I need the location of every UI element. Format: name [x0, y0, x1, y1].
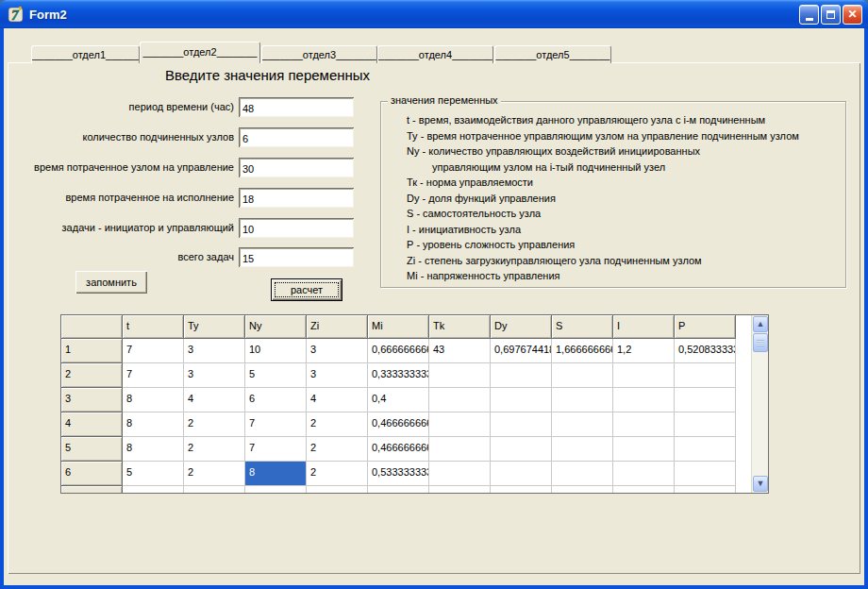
grid-header-cell: Mi: [368, 315, 429, 339]
tab-otdel2[interactable]: _______отдел2_______: [140, 42, 260, 63]
grid-cell[interactable]: [491, 462, 552, 486]
grid-cell[interactable]: 2: [307, 437, 368, 462]
grid-cell[interactable]: [429, 363, 491, 388]
grid-cell[interactable]: 2: [307, 412, 368, 437]
grid-cell[interactable]: 0,4: [368, 388, 429, 412]
grid-cell[interactable]: 0,5208333333: [675, 339, 736, 363]
grid-cell[interactable]: 3: [307, 363, 368, 388]
grid-cell[interactable]: [552, 412, 613, 437]
grid-cell[interactable]: 7: [245, 437, 307, 462]
minimize-button[interactable]: [799, 5, 819, 25]
grid-rowheader-cell: [61, 486, 123, 494]
grid-cell[interactable]: [491, 437, 552, 462]
grid-cell[interactable]: 7: [123, 363, 184, 388]
grid-cell[interactable]: 8: [123, 388, 184, 412]
remember-button[interactable]: запомнить: [75, 271, 147, 294]
grid-cell[interactable]: [491, 388, 552, 412]
exec-time-input[interactable]: [239, 188, 354, 208]
grid-cell[interactable]: 7: [245, 412, 307, 437]
grid-cell[interactable]: 7: [123, 339, 184, 363]
grid-cell[interactable]: [613, 486, 675, 494]
grid-cell[interactable]: [613, 437, 675, 462]
grid-cell[interactable]: 0,4666666666: [368, 437, 429, 462]
grid-cell[interactable]: [552, 462, 613, 486]
grid-cell[interactable]: 0,4666666666: [368, 412, 429, 437]
grid-cell[interactable]: [613, 462, 675, 486]
grid-cell[interactable]: 8: [123, 412, 184, 437]
grid-cell[interactable]: 1,2: [613, 339, 675, 363]
grid-cell[interactable]: [429, 486, 491, 494]
grid-cell[interactable]: [552, 437, 613, 462]
grid-cell[interactable]: 3: [184, 339, 245, 363]
tab-otdel5[interactable]: _______отдел5_______: [494, 45, 611, 63]
grid-cell[interactable]: [245, 486, 307, 494]
legend-lines: t - время, взаимодействия данного управл…: [407, 112, 840, 284]
grid-cell[interactable]: 2: [184, 412, 245, 437]
grid-cell[interactable]: 3: [184, 363, 245, 388]
grid-header-row: tTyNyZiMiTkDySIP: [61, 315, 736, 339]
grid-cell[interactable]: 1,6666666666: [552, 339, 613, 363]
grid-cell[interactable]: [429, 462, 491, 486]
maximize-button[interactable]: [821, 5, 841, 25]
grid-cell[interactable]: 0,6666666666: [368, 339, 429, 363]
grid-cell[interactable]: 43: [429, 339, 491, 363]
grid-cell[interactable]: [613, 363, 675, 388]
mgmt-time-input[interactable]: [239, 158, 354, 177]
calc-button[interactable]: расчет: [271, 278, 342, 301]
app-window: 7 Form2 ✕ _______отдел1_______ _______от…: [0, 0, 868, 589]
grid-cell[interactable]: 10: [245, 339, 307, 363]
grid-cell[interactable]: [429, 412, 491, 437]
grid-cell[interactable]: [675, 412, 736, 437]
grid-cell[interactable]: 2: [307, 462, 368, 486]
grid-cell[interactable]: 2: [184, 462, 245, 486]
grid-cell[interactable]: 4: [307, 388, 368, 412]
grid-cell[interactable]: [675, 437, 736, 462]
total-tasks-input[interactable]: [239, 247, 354, 267]
grid-cell[interactable]: [552, 388, 613, 412]
grid-cell[interactable]: [491, 412, 552, 437]
grid-cell[interactable]: [675, 486, 736, 494]
grid-cell[interactable]: [552, 486, 613, 494]
scroll-up-button[interactable]: ▲: [753, 316, 768, 332]
tasks-initiator-input[interactable]: [239, 218, 354, 238]
tab-otdel4[interactable]: _______отдел4_______: [377, 45, 493, 63]
delphi-app-icon: 7: [8, 6, 25, 23]
vertical-scrollbar[interactable]: ▲ ▼: [751, 315, 768, 493]
grid-cell[interactable]: [491, 486, 552, 494]
grid-cell[interactable]: 0,5333333333: [368, 462, 429, 486]
grid-cell[interactable]: 0,3333333333: [368, 363, 429, 388]
grid-cell[interactable]: 3: [307, 339, 368, 363]
grid-header-cell: Zi: [307, 315, 368, 339]
grid-cell[interactable]: 5: [123, 462, 184, 486]
grid-cell[interactable]: 0,6976744186: [491, 339, 552, 363]
nodes-count-input[interactable]: [239, 127, 354, 147]
close-button[interactable]: ✕: [843, 5, 862, 25]
grid-cell[interactable]: [675, 388, 736, 412]
grid-header-cell: I: [613, 315, 675, 339]
grid-cell[interactable]: [675, 462, 736, 486]
grid-cell[interactable]: [552, 363, 613, 388]
scroll-down-button[interactable]: ▼: [753, 476, 768, 492]
grid-cell[interactable]: [307, 486, 368, 494]
grid-cell[interactable]: [613, 388, 675, 412]
grid-cell[interactable]: 2: [184, 437, 245, 462]
grid-cell[interactable]: [491, 363, 552, 388]
grid-cell[interactable]: [368, 486, 429, 494]
grid-cell[interactable]: 5: [245, 363, 307, 388]
grid-cell[interactable]: [123, 486, 184, 494]
grid-cell[interactable]: [429, 437, 491, 462]
tab-otdel3[interactable]: _______отдел3_______: [261, 45, 377, 63]
grid-cell[interactable]: [675, 363, 736, 388]
grid-cell[interactable]: 8: [123, 437, 184, 462]
scrollbar-thumb[interactable]: [753, 333, 768, 352]
grid-cell[interactable]: [429, 388, 491, 412]
grid-cell[interactable]: 6: [245, 388, 307, 412]
period-input[interactable]: [239, 97, 354, 117]
grid-cell[interactable]: [613, 412, 675, 437]
grid-cell[interactable]: 4: [184, 388, 245, 412]
tab-otdel1[interactable]: _______отдел1_______: [31, 45, 140, 63]
grid-cell[interactable]: [184, 486, 245, 494]
grid-rowheader-cell: 2: [61, 363, 123, 388]
grid-cell[interactable]: 8: [245, 462, 307, 486]
field-label-mgmt-time: время потраченное узлом на управление: [33, 158, 234, 177]
